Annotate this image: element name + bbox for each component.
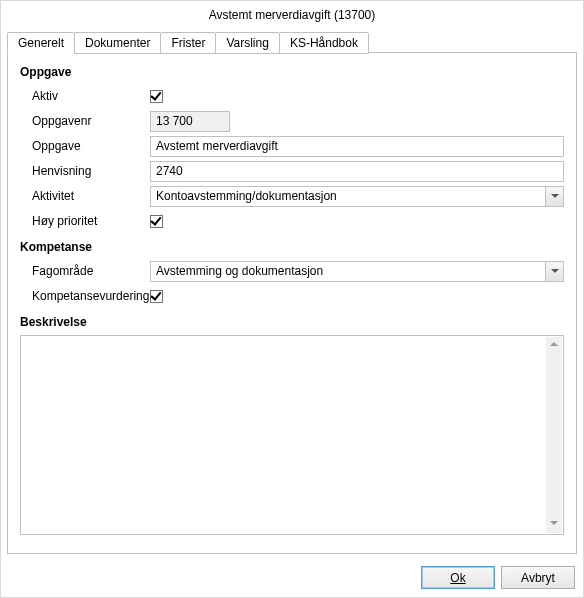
select-aktivitet[interactable]: Kontoavstemming/dokumentasjon [150,186,564,207]
select-fagomrade-button[interactable] [545,262,563,281]
tabpanel-generelt: Oppgave Aktiv Oppgavenr Oppgave Henvisni… [7,53,577,554]
label-kompetansevurdering: Kompetansevurdering [20,289,150,303]
input-henvisning[interactable] [150,161,564,182]
label-oppgavenr: Oppgavenr [20,114,150,128]
label-oppgave: Oppgave [20,139,150,153]
dialog-title: Avstemt merverdiavgift (13700) [1,1,583,29]
scrollbar-vertical[interactable] [546,337,562,533]
tab-label: Dokumenter [85,36,150,50]
tab-label: KS-Håndbok [290,36,358,50]
cancel-button-label: Avbryt [521,571,555,585]
input-oppgavenr[interactable] [150,111,230,132]
scroll-down-icon [550,521,558,525]
tab-label: Varsling [226,36,268,50]
scroll-up-icon [550,342,558,346]
dialog-button-row: Ok Avbryt [1,560,583,597]
label-aktiv: Aktiv [20,89,150,103]
tab-dokumenter[interactable]: Dokumenter [74,32,161,54]
select-fagomrade[interactable]: Avstemming og dokumentasjon [150,261,564,282]
tab-generelt[interactable]: Generelt [7,32,75,54]
label-aktivitet: Aktivitet [20,189,150,203]
select-fagomrade-value: Avstemming og dokumentasjon [151,262,545,281]
ok-button[interactable]: Ok [421,566,495,589]
tab-label: Frister [171,36,205,50]
checkbox-hoy-prioritet[interactable] [150,215,163,228]
ok-button-label: Ok [450,571,465,585]
dialog-window: Avstemt merverdiavgift (13700) Generelt … [0,0,584,598]
checkbox-kompetansevurdering[interactable] [150,290,163,303]
select-aktivitet-button[interactable] [545,187,563,206]
label-fagomrade: Fagområde [20,264,150,278]
section-kompetanse: Kompetanse [20,240,564,254]
tabstrip: Generelt Dokumenter Frister Varsling KS-… [1,31,583,53]
label-henvisning: Henvisning [20,164,150,178]
tab-frister[interactable]: Frister [160,32,216,54]
input-oppgave[interactable] [150,136,564,157]
section-beskrivelse: Beskrivelse [20,315,564,329]
textarea-beskrivelse[interactable] [20,335,564,535]
tab-label: Generelt [18,36,64,50]
cancel-button[interactable]: Avbryt [501,566,575,589]
chevron-down-icon [551,194,559,198]
chevron-down-icon [551,269,559,273]
tab-kshandbok[interactable]: KS-Håndbok [279,32,369,54]
select-aktivitet-value: Kontoavstemming/dokumentasjon [151,187,545,206]
checkbox-aktiv[interactable] [150,90,163,103]
tab-varsling[interactable]: Varsling [215,32,279,54]
section-oppgave: Oppgave [20,65,564,79]
label-hoy-prioritet: Høy prioritet [20,214,150,228]
